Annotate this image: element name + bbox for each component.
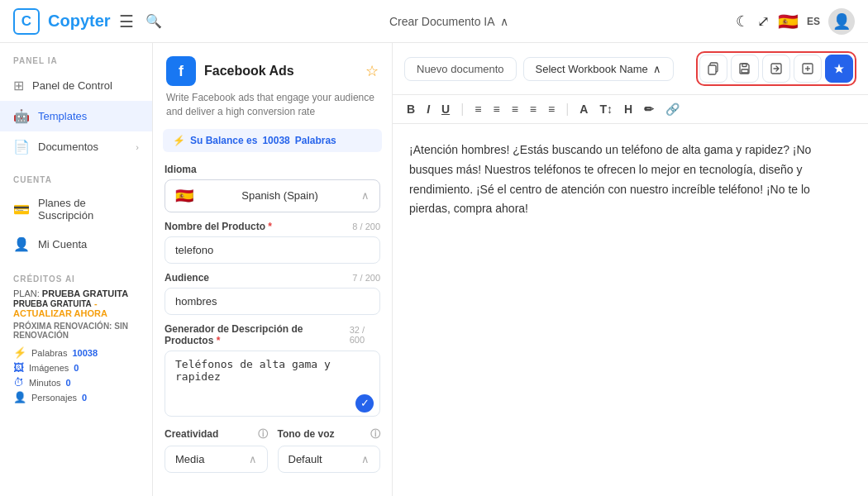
creatividad-label-row: Creatividad ⓘ [165,427,268,441]
nuevo-doc-button[interactable]: Nuevo documento [404,57,517,81]
logo-name: Copyter [48,12,111,31]
search-icon[interactable]: 🔍 [145,13,162,29]
star-icon[interactable]: ☆ [365,62,379,80]
audience-label-row: Audience 7 / 200 [165,272,380,284]
editor-area[interactable]: ¡Atención hombres! ¿Estás buscando un te… [393,124,868,496]
fmt-link[interactable]: 🔗 [663,101,682,117]
balance-unit: Palabras [295,135,336,146]
sidebar-item-planes[interactable]: 💳 Planes de Suscripción [0,189,152,229]
product-input[interactable] [165,236,380,264]
avatar[interactable]: 👤 [828,8,855,35]
credit-personajes: 👤 Personajes 0 [13,391,139,403]
imagenes-icon: 🖼 [13,361,24,374]
moon-icon[interactable]: ☾ [736,12,749,31]
plan-line: PLAN: PRUEBA GRATUITA PRUEBA GRATUITA - … [13,289,139,318]
palabras-icon: ⚡ [13,346,26,359]
palabras-label: Palabras [31,348,67,358]
fmt-font-color[interactable]: A [577,101,590,117]
renov-line: PRÓXIMA RENOVACIÓN: SIN RENOVACIÓN [13,322,139,340]
create-doc-label[interactable]: Crear Documento IA [389,15,495,28]
idioma-label: Idioma [165,164,380,175]
fmt-align-left[interactable]: ≡ [472,101,484,117]
tono-section: Tono de voz ⓘ Default ∧ [278,427,381,473]
header-center: Crear Documento IA ∧ [389,15,508,28]
sidebar-item-mi-cuenta[interactable]: 👤 Mi Cuenta [0,229,152,260]
sidebar-item-panel-control[interactable]: ⊞ Panel de Control [0,70,152,101]
right-toolbar: Nuevo documento Select Workbook Name ∧ [393,43,868,95]
svg-rect-2 [742,64,746,67]
generator-req: * [217,335,221,346]
fmt-draw[interactable]: ✏ [641,101,656,117]
fmt-align-right[interactable]: ≡ [509,101,521,117]
personajes-label: Personajes [31,393,77,403]
creatividad-select[interactable]: Media ∧ [165,446,268,473]
header-left: C Copyter ☰ 🔍 [13,8,162,35]
sidebar-item-templates[interactable]: 🤖 Templates [0,101,152,131]
menu-icon[interactable]: ☰ [119,12,134,31]
check-icon: ✓ [355,394,374,413]
sidebar: PANEL IA ⊞ Panel de Control 🤖 Templates … [0,43,153,496]
panel-control-icon: ⊞ [13,78,24,93]
bolt-icon: ⚡ [173,135,185,146]
imagenes-value: 0 [74,363,79,373]
palabras-value: 10038 [72,348,98,358]
tono-info[interactable]: ⓘ [370,427,380,441]
fmt-justify[interactable]: ≡ [527,101,539,117]
doc-save-button[interactable] [731,55,759,83]
generator-section: Generador de Descripción de Productos * … [153,323,392,427]
audience-section: Audience 7 / 200 [153,272,392,323]
idioma-select[interactable]: 🇪🇸 Spanish (Spain) ∧ [165,179,380,212]
generator-count: 32 / 600 [350,325,380,345]
fmt-italic[interactable]: I [424,101,432,117]
documentos-icon: 📄 [13,139,30,155]
fmt-list[interactable]: ≡ [546,101,557,117]
creatividad-chevron: ∧ [249,453,257,465]
minutos-value: 0 [66,378,71,388]
credit-palabras: ⚡ Palabras 10038 [13,346,139,359]
doc-ai-button[interactable] [825,55,853,83]
documentos-chevron: › [136,142,139,152]
credit-minutos: ⏱ Minutos 0 [13,376,139,389]
tono-value: Default [289,453,322,465]
template-desc: Write Facebook ads that engage your audi… [153,91,392,129]
workbook-button[interactable]: Select Workbook Name ∧ [523,57,674,81]
expand-icon[interactable]: ⤢ [757,12,770,31]
fmt-align-center[interactable]: ≡ [490,101,502,117]
svg-rect-3 [742,69,748,73]
idioma-value: Spanish (Spain) [241,189,318,202]
tono-chevron: ∧ [361,453,370,465]
bottom-row: Creatividad ⓘ Media ∧ Tono de voz ⓘ Defa… [153,427,392,473]
doc-share-button[interactable] [794,55,822,83]
generator-textarea[interactable] [165,351,380,417]
sidebar-panel-ia-label: PANEL IA [0,43,152,70]
generator-wrap: ✓ [165,351,380,419]
doc-export-button[interactable] [762,55,790,83]
flag-icon: 🇪🇸 [778,12,799,31]
sidebar-item-documentos[interactable]: 📄 Documentos › [0,131,152,162]
facebook-icon: f [166,56,196,86]
sidebar-label-documentos: Documentos [38,141,98,153]
balance-label: Su Balance es [190,135,257,146]
templates-icon: 🤖 [13,108,30,124]
toolbar-highlight-group [696,51,856,86]
fmt-underline[interactable]: U [439,101,452,117]
imagenes-label: Imágenes [29,363,69,373]
mi-cuenta-icon: 👤 [13,236,30,252]
toolbar-icons [696,51,856,86]
doc-copy-button[interactable] [699,55,727,83]
fmt-bold[interactable]: B [404,101,417,117]
product-label: Nombre del Producto * [165,221,272,232]
fmt-heading[interactable]: H [622,101,635,117]
panel-header: f Facebook Ads ☆ [153,43,392,91]
audience-input[interactable] [165,288,380,315]
tono-select[interactable]: Default ∧ [278,446,381,473]
header: C Copyter ☰ 🔍 Crear Documento IA ∧ ☾ ⤢ 🇪… [0,0,868,43]
fmt-sep1: | [460,102,464,117]
tono-label: Tono de voz [278,428,335,440]
fmt-font-size[interactable]: T↕ [597,101,615,117]
minutos-icon: ⏱ [13,376,24,389]
generator-label: Generador de Descripción de Productos * [165,323,350,346]
creatividad-info[interactable]: ⓘ [258,427,268,441]
svg-rect-1 [708,65,716,74]
product-label-row: Nombre del Producto * 8 / 200 [165,221,380,232]
